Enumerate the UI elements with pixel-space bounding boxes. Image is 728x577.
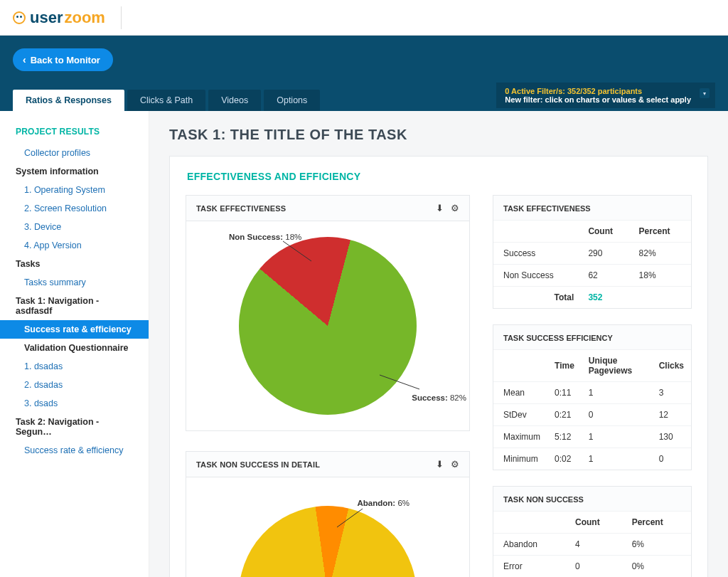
sidebar-device[interactable]: 3. Device (0, 218, 149, 236)
card-task-nonsuccess-detail: TASK NON SUCCESS IN DETAIL ⬇ ⚙ Abandon: … (186, 451, 470, 577)
pie-label-abandon: Abandon: 6% (358, 499, 410, 507)
pie-effectiveness[interactable]: Non Success: 18% Success: 82% (239, 237, 417, 415)
table-row[interactable]: Non Success6218% (493, 265, 691, 287)
card-header: TASK EFFECTIVENESS ⬇ ⚙ (186, 196, 469, 221)
tab-options[interactable]: Options (264, 90, 320, 111)
sidebar-tasks-label: Tasks (0, 255, 149, 273)
table-row[interactable]: StDev0:21012 (493, 404, 691, 426)
back-button-label: Back to Monitor (31, 55, 100, 65)
filter-status-box[interactable]: 0 Active Filter/s: 352/352 participants … (496, 83, 715, 108)
logo-bar: userzoom (0, 0, 728, 36)
sidebar-header: PROJECT RESULTS (0, 127, 149, 144)
table-row[interactable]: Abandon46% (493, 534, 691, 556)
col-count: Count (568, 512, 625, 534)
sidebar-vq-2[interactable]: 2. dsadas (0, 376, 149, 394)
sidebar-vq-label: Validation Questionnaire (0, 339, 149, 357)
sidebar-task1-label: Task 1: Navigation - asdfasdf (0, 292, 149, 320)
card-title: TASK NON SUCCESS IN DETAIL (196, 460, 320, 469)
data-table: CountPercent Success29082% Non Success62… (493, 221, 691, 308)
section-title: EFFECTIVENESS AND EFFICIENCY (186, 171, 692, 182)
two-col: TASK EFFECTIVENESS ⬇ ⚙ Non Success: 18% … (186, 195, 692, 577)
sidebar-task1-success-rate[interactable]: Success rate & efficiency (0, 320, 149, 339)
table-title: TASK NON SUCCESS (493, 487, 691, 512)
sidebar-vq-1[interactable]: 1. dsadas (0, 357, 149, 376)
card-title: TASK EFFECTIVENESS (196, 204, 286, 213)
logo-owl-icon (13, 11, 26, 24)
card-task-effectiveness: TASK EFFECTIVENESS ⬇ ⚙ Non Success: 18% … (186, 195, 470, 431)
table-row[interactable]: Success29082% (493, 243, 691, 265)
right-col: TASK EFFECTIVENESS CountPercent Success2… (493, 195, 692, 577)
table-row[interactable]: Mean0:1113 (493, 382, 691, 404)
table-row[interactable]: Maximum5:121130 (493, 426, 691, 448)
tab-videos[interactable]: Videos (208, 90, 261, 111)
sidebar-vq-3[interactable]: 3. dsads (0, 394, 149, 413)
chevron-left-icon: ‹ (23, 54, 26, 65)
sidebar-tasks-summary[interactable]: Tasks summary (0, 273, 149, 292)
tab-clicks-path[interactable]: Clicks & Path (127, 90, 205, 111)
filter-active-count: 0 Active Filter/s: 352/352 participants (505, 87, 691, 95)
main: TASK 1: THE TITLE OF THE TASK EFFECTIVEN… (149, 111, 728, 577)
back-to-monitor-button[interactable]: ‹ Back to Monitor (13, 48, 113, 71)
sidebar-collector-profiles[interactable]: Collector profiles (0, 144, 149, 162)
table-title: TASK SUCCESS EFFICIENCY (493, 325, 691, 350)
table-task-nonsuccess: TASK NON SUCCESS CountPercent Abandon46%… (493, 486, 692, 577)
sidebar-os[interactable]: 1. Operating System (0, 181, 149, 199)
panels-wrap: EFFECTIVENESS AND EFFICIENCY TASK EFFECT… (169, 156, 708, 577)
col-clicks: Clicks (652, 350, 691, 382)
download-icon[interactable]: ⬇ (436, 203, 444, 213)
data-table: TimeUnique PageviewsClicks Mean0:1113 St… (493, 350, 691, 470)
sidebar-task2-label: Task 2: Navigation - Segun… (0, 413, 149, 441)
card-header: TASK NON SUCCESS IN DETAIL ⬇ ⚙ (186, 452, 469, 477)
left-col: TASK EFFECTIVENESS ⬇ ⚙ Non Success: 18% … (186, 195, 470, 577)
top-nav: ‹ Back to Monitor Ratios & Responses Cli… (0, 36, 728, 111)
sidebar-system-info-label: System information (0, 162, 149, 181)
table-row[interactable]: Minimum0:0210 (493, 448, 691, 470)
filter-hint: New filter: click on charts or values & … (505, 95, 691, 104)
data-table: CountPercent Abandon46% Error00% Timeout… (493, 512, 691, 577)
gear-icon[interactable]: ⚙ (451, 459, 459, 470)
download-icon[interactable]: ⬇ (436, 459, 444, 470)
table-title: TASK EFFECTIVENESS (493, 196, 691, 221)
table-row[interactable]: Error00% (493, 556, 691, 578)
card-tools: ⬇ ⚙ (436, 203, 459, 213)
table-task-effectiveness: TASK EFFECTIVENESS CountPercent Success2… (493, 195, 692, 309)
tabs: Ratios & Responses Clicks & Path Videos … (13, 90, 320, 111)
content: PROJECT RESULTS Collector profiles Syste… (0, 111, 728, 577)
divider (121, 6, 122, 29)
pie-label-success: Success: 82% (412, 393, 466, 402)
page-title: TASK 1: THE TITLE OF THE TASK (169, 127, 708, 143)
card-body: Non Success: 18% Success: 82% (186, 221, 469, 430)
col-percent: Percent (625, 512, 691, 534)
logo-text-zoom: zoom (64, 9, 105, 27)
pie-label-nonsuccess: Non Success: 18% (229, 233, 301, 241)
pie-nonsuccess[interactable]: Abandon: 6% (239, 506, 417, 577)
table-task-efficiency: TASK SUCCESS EFFICIENCY TimeUnique Pagev… (493, 324, 692, 470)
filter-toggle-icon[interactable]: ▾ (700, 88, 710, 98)
table-total-row: Total352 (493, 287, 691, 309)
logo-text-user: user (30, 9, 63, 27)
userzoom-logo: userzoom (13, 9, 105, 27)
card-tools: ⬇ ⚙ (436, 459, 459, 470)
col-pageviews: Unique Pageviews (582, 350, 652, 382)
sidebar-task2-success-rate[interactable]: Success rate & efficiency (0, 441, 149, 460)
col-count: Count (581, 221, 631, 243)
col-percent: Percent (632, 221, 691, 243)
tab-ratios-responses[interactable]: Ratios & Responses (13, 90, 124, 111)
gear-icon[interactable]: ⚙ (451, 203, 459, 213)
card-body: Abandon: 6% (186, 477, 469, 577)
tabs-row: Ratios & Responses Clicks & Path Videos … (13, 83, 715, 111)
sidebar-screen-res[interactable]: 2. Screen Resolution (0, 199, 149, 218)
sidebar: PROJECT RESULTS Collector profiles Syste… (0, 111, 149, 577)
col-time: Time (547, 350, 582, 382)
sidebar-app-version[interactable]: 4. App Version (0, 236, 149, 255)
